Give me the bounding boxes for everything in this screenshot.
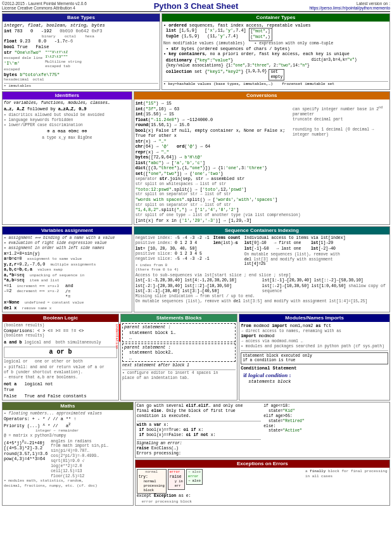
container-types-content: ▪ ordered sequences, fast index access, …: [163, 23, 388, 86]
identifiers-title: Identifiers: [3, 92, 132, 99]
conditional-full-content: Can go with several elif…elif… and only …: [137, 404, 388, 456]
latest-version-info: Latest version on : https://perso.limsi.…: [309, 1, 390, 10]
statements-section: Statements Blocks parent statement : sta…: [120, 314, 237, 401]
exceptions-content: normal try: normal processing block erro…: [137, 469, 388, 504]
header: ©2012-2015 - Laurent Pointal Memento v2.…: [2, 1, 390, 12]
base-types-section: Base Types integer, float, boolean, stri…: [2, 13, 160, 90]
variables-section: Variables assignment ▪ assignment ⟺ bind…: [2, 226, 132, 312]
identifiers-section: Identifiers for variables, functions, mo…: [2, 91, 132, 225]
modules-content: from modmod import nom1,nom2 as fct → di…: [241, 323, 388, 385]
variables-content: ▪ assignment ⟺ binding of a name with a …: [4, 236, 130, 311]
sequence-section: Sequence Containers Indexing negative in…: [134, 226, 390, 312]
statements-title: Statements Blocks: [121, 314, 237, 322]
row4: Boolean Logic (boolean results) Comparis…: [2, 314, 390, 401]
conversions-section: Conversions int("15") → 15 int("3f",16) …: [134, 91, 390, 225]
row2: Identifiers for variables, functions, mo…: [2, 91, 390, 225]
base-types-title: Base Types: [3, 14, 160, 22]
modules-title: Modules/Names Imports: [239, 314, 389, 322]
container-types-section: Container Types ▪ ordered sequences, fas…: [161, 13, 390, 90]
right-column: Can go with several elif…elif… and only …: [135, 402, 390, 506]
conversions-title: Conversions: [134, 92, 389, 99]
conditional-full-section: Can go with several elif…elif… and only …: [135, 402, 390, 458]
row3: Variables assignment ▪ assignment ⟺ bind…: [2, 226, 390, 312]
page: ©2012-2015 - Laurent Pointal Memento v2.…: [0, 0, 392, 508]
row1: Base Types integer, float, boolean, stri…: [2, 13, 390, 90]
sequence-title: Sequence Containers Indexing: [134, 227, 389, 234]
container-types-title: Container Types: [162, 14, 389, 22]
maths-section: Maths ▪ floating numbers... approximated…: [2, 402, 134, 506]
maths-content: ▪ floating numbers... approximated value…: [4, 411, 132, 488]
sequence-content: negative index: -5 -4 -3 -2 -1 positive …: [136, 236, 388, 304]
identifiers-content: for variables, functions, modules, class…: [4, 101, 130, 141]
base-types-content: integer, float, boolean, string, bytes i…: [4, 23, 158, 88]
statements-content: parent statement : statement block 1… … …: [122, 323, 236, 380]
boolean-content: (boolean results) Comparisons: < > <= >=…: [4, 323, 117, 399]
boolean-section: Boolean Logic (boolean results) Comparis…: [2, 314, 119, 401]
maths-title: Maths: [3, 402, 133, 410]
copyright-info: ©2012-2015 - Laurent Pointal Memento v2.…: [2, 1, 87, 10]
row5: Maths ▪ floating numbers... approximated…: [2, 402, 390, 506]
boolean-title: Boolean Logic: [3, 314, 118, 322]
variables-title: Variables assignment: [3, 227, 132, 234]
conversions-content: int("15") → 15 int("3f",16) → 63 int(15.…: [136, 101, 388, 223]
modules-section: Modules/Names Imports from modmod import…: [239, 314, 390, 401]
exceptions-section: Exceptions on Errors normal try: normal …: [135, 459, 390, 506]
exceptions-title: Exceptions on Errors: [136, 460, 389, 468]
